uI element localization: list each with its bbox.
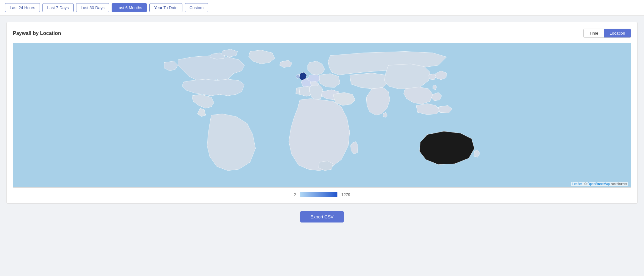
export-container: Export CSV: [6, 211, 638, 222]
paywall-location-card: Paywall by Location Time Location: [6, 22, 638, 204]
location-view-button[interactable]: Location: [604, 29, 631, 37]
custom-button[interactable]: Custom: [185, 3, 208, 12]
last-7-days-button[interactable]: Last 7 Days: [42, 3, 74, 12]
osm-link[interactable]: OpenStreetMap: [587, 182, 610, 186]
leaflet-link[interactable]: Leaflet: [572, 182, 582, 186]
main-content: Paywall by Location Time Location: [0, 16, 644, 229]
map-legend: 2 1279: [13, 192, 631, 197]
map-svg: [13, 43, 631, 187]
world-map: Leaflet | © OpenStreetMap contributors: [13, 43, 631, 188]
map-attribution: Leaflet | © OpenStreetMap contributors: [571, 182, 628, 186]
time-filter-toolbar: Last 24 Hours Last 7 Days Last 30 Days L…: [0, 0, 644, 16]
attribution-separator: | ©: [583, 182, 588, 186]
legend-max-value: 1279: [341, 192, 350, 197]
legend-min-value: 2: [294, 192, 296, 197]
export-csv-button[interactable]: Export CSV: [300, 211, 343, 222]
view-toggle: Time Location: [583, 29, 631, 38]
card-header: Paywall by Location Time Location: [13, 29, 631, 38]
last-30-days-button[interactable]: Last 30 Days: [76, 3, 109, 12]
card-title: Paywall by Location: [13, 31, 61, 36]
last-6-months-button[interactable]: Last 6 Months: [112, 3, 147, 12]
legend-gradient-bar: [300, 192, 337, 197]
attribution-contributors: contributors: [611, 182, 627, 186]
year-to-date-button[interactable]: Year To Date: [149, 3, 182, 12]
time-view-button[interactable]: Time: [584, 29, 604, 37]
last-24-hours-button[interactable]: Last 24 Hours: [5, 3, 40, 12]
